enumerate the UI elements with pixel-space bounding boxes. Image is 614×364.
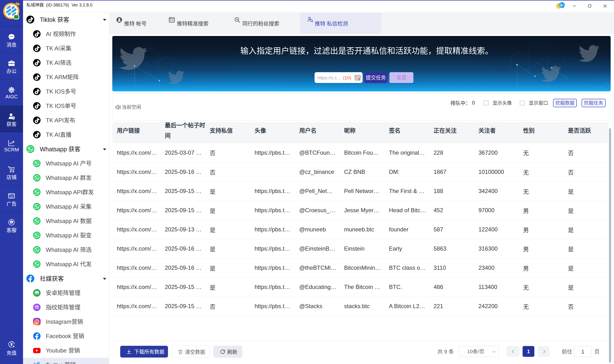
svg-text:AI: AI [11,221,13,223]
svg-text:AI: AI [10,89,13,91]
svg-text:Ai: Ai [560,3,563,7]
svg-text:ADS: ADS [10,196,14,198]
